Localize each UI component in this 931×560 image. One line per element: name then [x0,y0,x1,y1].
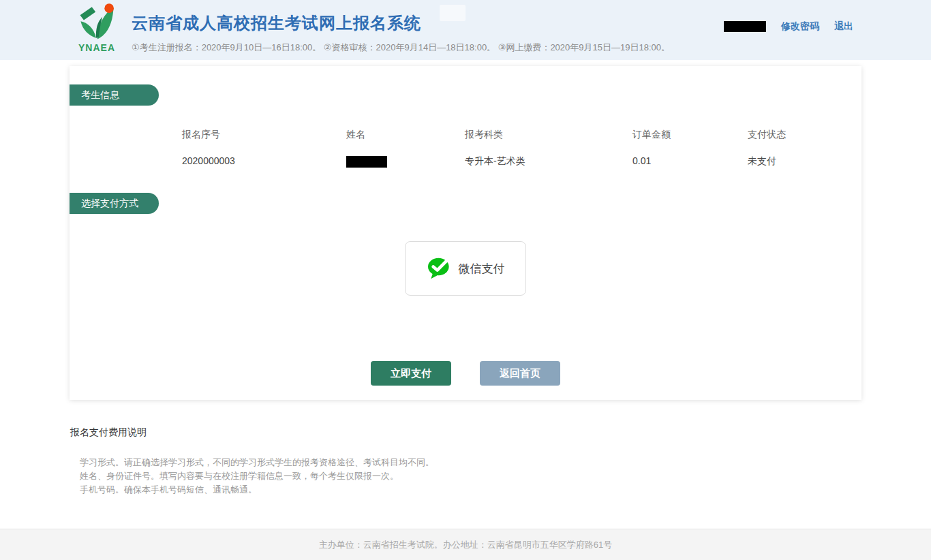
amount-value: 0.01 [632,155,748,168]
logout-link[interactable]: 退出 [834,20,853,33]
logo-text: YNAEA [72,42,122,53]
fee-note-item: 学习形式。请正确选择学习形式，不同的学习形式学生的报考资格途径、考试科目均不同。 [80,456,434,469]
wechat-pay-icon [427,257,453,280]
fee-note-item: 姓名、身份证件号。填写内容要与在校注册学籍信息一致，每个考生仅限报一次。 [80,469,434,483]
page-footer: 主办单位：云南省招生考试院。办公地址：云南省昆明市五华区学府路61号 [0,529,931,560]
header-main: 云南省成人高校招生考试网上报名系统 ①考生注册报名：2020年9月10日—16日… [132,12,670,54]
name-value [346,155,465,168]
username-redacted [724,21,766,32]
column-header-category: 报考科类 [465,129,632,141]
header: YNAEA 云南省成人高校招生考试网上报名系统 ①考生注册报名：2020年9月1… [0,0,931,60]
header-user-area: 修改密码 退出 [724,20,853,33]
status-value: 未支付 [748,155,829,168]
change-password-link[interactable]: 修改密码 [781,20,819,33]
column-header-amount: 订单金额 [632,129,748,141]
candidate-info-section-badge: 考生信息 [70,84,159,106]
column-header-name: 姓名 [346,129,465,141]
fee-notes-section: 报名支付费用说明 学习形式。请正确选择学习形式，不同的学习形式学生的报考资格途径… [70,426,434,497]
category-value: 专升本-艺术类 [465,155,632,168]
ynaea-logo-icon [77,2,117,43]
reg-no-value: 2020000003 [182,155,346,168]
fee-note-item: 手机号码。确保本手机号码短信、通讯畅通。 [80,483,434,497]
candidate-table-row: 2020000003 专升本-艺术类 0.01 未支付 [182,155,829,168]
back-home-button[interactable]: 返回首页 [480,361,560,386]
wechat-pay-option[interactable]: 微信支付 [405,241,526,296]
fee-notes-title: 报名支付费用说明 [70,426,434,439]
action-buttons: 立即支付 返回首页 [371,361,560,386]
page-title: 云南省成人高校招生考试网上报名系统 [132,12,670,34]
name-redacted [346,156,387,168]
registration-schedule-notice: ①考生注册报名：2020年9月10日—16日18:00。 ②资格审核：2020年… [132,42,670,54]
column-header-status: 支付状态 [748,129,829,141]
pay-now-button[interactable]: 立即支付 [371,361,451,386]
wechat-pay-label: 微信支付 [459,261,505,277]
column-header-reg-no: 报名序号 [182,129,346,141]
logo: YNAEA [72,2,122,53]
main-card: 考生信息 报名序号 姓名 报考科类 订单金额 支付状态 2020000003 专… [70,66,861,400]
payment-method-section-badge: 选择支付方式 [70,193,159,214]
fee-notes-list: 学习形式。请正确选择学习形式，不同的学习形式学生的报考资格途径、考试科目均不同。… [80,456,434,497]
candidate-table-header: 报名序号 姓名 报考科类 订单金额 支付状态 [182,129,829,141]
page: YNAEA 云南省成人高校招生考试网上报名系统 ①考生注册报名：2020年9月1… [0,0,931,560]
